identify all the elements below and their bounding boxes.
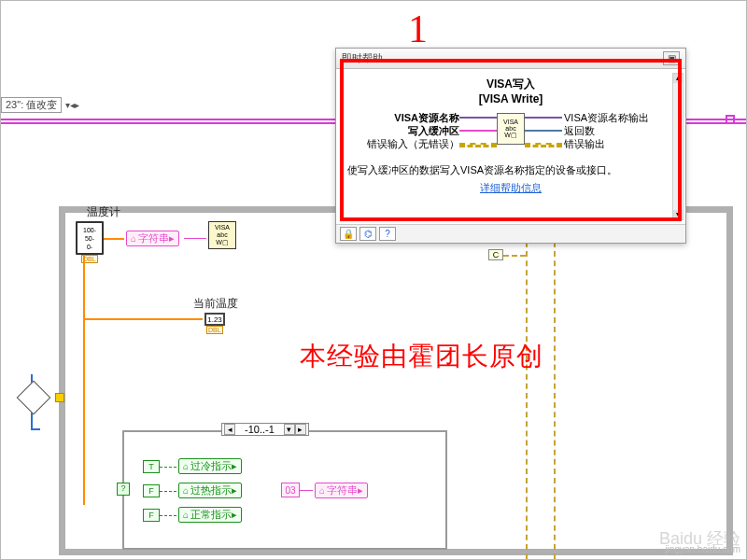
vertical-rail-1 bbox=[526, 242, 528, 559]
watermark: Baidu 经验 jingyan.baidu.com bbox=[659, 533, 740, 555]
wire-orange-v2 bbox=[83, 318, 85, 505]
pink-end-node bbox=[726, 115, 735, 124]
case-dropdown-icon[interactable]: ▾ bbox=[284, 424, 295, 435]
case-selector[interactable]: ◂ -10..-1 ▾ ▸ bbox=[221, 423, 309, 436]
close-icon[interactable]: ▣ bbox=[663, 51, 680, 65]
cold-indicator-link[interactable]: ⌂ 过冷指示 ▸ bbox=[178, 458, 242, 474]
help-detail-link[interactable]: 详细帮助信息 bbox=[480, 182, 542, 193]
case-prev-icon[interactable]: ◂ bbox=[224, 424, 235, 435]
wire-pink-03 bbox=[300, 490, 313, 491]
compare-node[interactable] bbox=[17, 381, 51, 415]
hot-indicator-link[interactable]: ⌂ 过热指示 ▸ bbox=[178, 483, 242, 498]
visa-write-node[interactable]: VISA abc W▢ bbox=[208, 221, 236, 249]
help-window-title: 即时帮助 bbox=[342, 51, 383, 65]
case-selector-terminal[interactable]: ? bbox=[117, 483, 130, 496]
help-node-icon: VISA abc W▢ bbox=[497, 113, 525, 145]
annotation-credit: 本经验由霍团长原创 bbox=[300, 339, 543, 374]
tunnel-orange bbox=[55, 393, 64, 402]
current-temp-label: 当前温度 bbox=[193, 296, 238, 312]
const-03[interactable]: 03 bbox=[281, 483, 300, 497]
false-const-1[interactable]: F bbox=[143, 484, 160, 497]
home-icon: ⌂ bbox=[131, 233, 136, 244]
chevron-right-icon: ▸ bbox=[358, 484, 363, 497]
dbl-tag-2: DBL bbox=[206, 326, 223, 334]
scroll-up-icon[interactable]: ▴ bbox=[673, 74, 683, 83]
hw-r2 bbox=[525, 130, 562, 132]
wire-orange-h1 bbox=[83, 318, 203, 320]
home-icon: ⌂ bbox=[319, 485, 325, 496]
hw-l3 bbox=[459, 143, 497, 147]
port-in-buf: 写入缓冲区 bbox=[347, 124, 459, 138]
chevron-right-icon: ▸ bbox=[169, 232, 175, 245]
wire-g-3 bbox=[160, 515, 176, 516]
c-terminal: C bbox=[488, 249, 503, 260]
port-out-err: 错误输出 bbox=[564, 137, 605, 151]
case-next-icon[interactable]: ▸ bbox=[295, 424, 306, 435]
event-case-arrows[interactable]: ▾◂▸ bbox=[65, 100, 79, 110]
home-icon: ⌂ bbox=[183, 461, 189, 471]
port-out-name: VISA资源名称输出 bbox=[564, 111, 649, 125]
wire-g-2 bbox=[160, 491, 176, 492]
scroll-down-icon[interactable]: ▾ bbox=[673, 210, 683, 219]
true-const-1[interactable]: T bbox=[143, 460, 160, 473]
hw-r3 bbox=[525, 143, 562, 147]
vertical-rail-2 bbox=[554, 242, 556, 559]
help-question-icon[interactable]: ? bbox=[379, 227, 396, 241]
help-heading-2: [VISA Write] bbox=[347, 92, 674, 105]
help-settings-icon[interactable]: ⌬ bbox=[359, 227, 376, 241]
help-lock-icon[interactable]: 🔒 bbox=[340, 227, 357, 241]
wire-orange-v1 bbox=[83, 255, 85, 318]
false-const-2[interactable]: F bbox=[143, 509, 160, 522]
string-link-2[interactable]: ⌂ 字符串 ▸ bbox=[315, 483, 368, 498]
hw-r1 bbox=[525, 117, 562, 119]
chevron-right-icon: ▸ bbox=[232, 509, 237, 521]
home-icon: ⌂ bbox=[183, 485, 189, 496]
context-help-window: 即时帮助 ▣ VISA写入 [VISA Write] VISA资源名称 写入缓冲… bbox=[335, 48, 686, 244]
help-heading-1: VISA写入 bbox=[347, 77, 674, 92]
chevron-right-icon: ▸ bbox=[232, 484, 237, 497]
port-in-name: VISA资源名称 bbox=[347, 111, 459, 125]
help-description: 使写入缓冲区的数据写入VISA资源名称指定的设备或接口。 bbox=[347, 163, 674, 177]
wire-therm-out bbox=[104, 238, 124, 240]
normal-indicator-link[interactable]: ⌂ 正常指示 ▸ bbox=[178, 507, 242, 523]
thermometer-label: 温度计 bbox=[87, 204, 120, 220]
event-case-label: 23": 值改变 bbox=[1, 97, 62, 113]
wire-g-1 bbox=[160, 467, 176, 468]
hw-l1 bbox=[459, 117, 497, 119]
home-icon: ⌂ bbox=[183, 510, 189, 520]
port-in-err: 错误输入（无错误） bbox=[347, 137, 459, 151]
annotation-number: 1 bbox=[408, 7, 428, 51]
help-scrollbar[interactable]: ▴ ▾ bbox=[672, 73, 684, 220]
string-link-1[interactable]: ⌂ 字符串 ▸ bbox=[126, 231, 179, 246]
hw-l2 bbox=[459, 130, 497, 132]
current-temp-indicator[interactable]: 1.23 bbox=[204, 313, 225, 326]
port-out-ret: 返回数 bbox=[564, 124, 595, 138]
wire-yellow-h bbox=[503, 255, 526, 257]
chevron-right-icon: ▸ bbox=[232, 460, 237, 472]
wire-string-to-visa bbox=[184, 238, 206, 239]
thermometer-control[interactable]: 100- 50- 0- bbox=[76, 221, 104, 255]
